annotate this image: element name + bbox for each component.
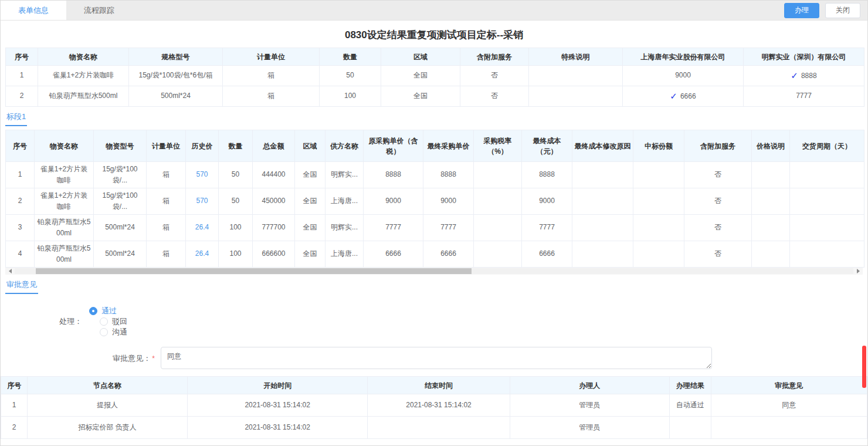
- column-header: 含附加服务: [460, 48, 529, 66]
- close-button[interactable]: 关闭: [825, 3, 860, 18]
- check-icon: ✓: [791, 70, 798, 80]
- table-cell: 6666: [522, 241, 572, 268]
- column-header: 序号: [1, 377, 28, 394]
- table-cell: 全国: [295, 241, 326, 268]
- column-header: 历史价: [186, 130, 219, 162]
- column-header: 供方名称: [326, 130, 364, 162]
- table-row: 2铂泉葫芦瓶型水500ml500ml*24箱100全国否✓66667777: [6, 86, 864, 107]
- column-header: 审批意见: [711, 377, 867, 394]
- table-cell: 否: [684, 188, 752, 215]
- table-cell: 全国: [381, 86, 460, 107]
- column-header: 最终采购单价: [423, 130, 474, 162]
- table-cell: 雀巢1+2方片装咖啡: [38, 66, 129, 86]
- scroll-right-icon[interactable]: [853, 268, 863, 275]
- radio-circle-icon[interactable]: [100, 328, 108, 336]
- table-cell: 上海唐...: [326, 188, 364, 215]
- table-cell: 否: [460, 86, 529, 107]
- table-cell: 9000: [522, 188, 572, 215]
- bid-section-tab[interactable]: 标段1: [5, 107, 27, 126]
- table-cell: 8888: [423, 162, 474, 188]
- tab-process-track-label: 流程跟踪: [84, 5, 114, 16]
- column-header: 上海唐年实业股份有限公司: [623, 48, 744, 66]
- handle-radio-2[interactable]: 驳回: [100, 316, 127, 327]
- column-header: 明辉实业（深圳）有限公司: [744, 48, 864, 66]
- table-cell: [790, 162, 864, 188]
- table-cell: 雀巢1+2方片装咖啡: [35, 162, 94, 188]
- table-cell: 100: [219, 215, 253, 241]
- table-cell: 9000: [423, 188, 474, 215]
- table-cell: [633, 162, 684, 188]
- column-header: 含附加服务: [684, 130, 752, 162]
- price-link[interactable]: 26.4: [195, 249, 209, 258]
- table-cell: 100: [219, 241, 253, 268]
- table-cell: 15g/袋*100袋/...: [94, 162, 147, 188]
- history-table-wrap: 序号节点名称开始时间结束时间办理人办理结果审批意见1提报人2021-08-31 …: [1, 376, 867, 439]
- table-cell: [572, 188, 633, 215]
- column-header: 节点名称: [28, 377, 187, 394]
- table-row: 2雀巢1+2方片装咖啡15g/袋*100袋/...箱57050450000全国上…: [6, 188, 864, 215]
- table-cell: 50: [320, 66, 381, 86]
- table-cell: 2021-08-31 15:14:02: [368, 394, 510, 417]
- table-cell: 明辉实...: [326, 162, 364, 188]
- handle-button[interactable]: 办理: [784, 3, 819, 18]
- vertical-scroll-thumb[interactable]: [862, 346, 866, 388]
- horizontal-scroll-thumb[interactable]: [36, 268, 472, 274]
- price-link[interactable]: 570: [196, 197, 208, 205]
- table-cell: 箱: [147, 241, 186, 268]
- table-cell: 1: [6, 162, 35, 188]
- table-cell: 箱: [223, 86, 320, 107]
- table-cell: 箱: [147, 215, 186, 241]
- table-cell: 2: [6, 86, 38, 107]
- handle-radio-3[interactable]: 沟通: [100, 327, 127, 337]
- table-cell: 否: [684, 241, 752, 268]
- table-row: 4铂泉葫芦瓶型水500ml500ml*24箱26.4100666600全国上海唐…: [6, 241, 864, 268]
- check-icon: ✓: [670, 91, 677, 101]
- table-cell: 7777: [423, 215, 474, 241]
- table-cell: 雀巢1+2方片装咖啡: [35, 188, 94, 215]
- table-cell: 7777: [744, 86, 864, 107]
- table-cell: [633, 241, 684, 268]
- table-cell: [633, 215, 684, 241]
- tab-form-info[interactable]: 表单信息: [1, 1, 66, 20]
- table-cell: 全国: [295, 188, 326, 215]
- handle-radio-row: 处理： 通过驳回沟通: [5, 306, 863, 337]
- table-cell: [529, 66, 623, 86]
- horizontal-scroll-track[interactable]: [15, 268, 853, 274]
- table-cell: 1: [6, 66, 38, 86]
- table-cell: [752, 241, 790, 268]
- table-cell: 全国: [381, 66, 460, 86]
- table-cell: 2021-08-31 15:14:02: [187, 394, 368, 417]
- table-cell: 全国: [295, 162, 326, 188]
- table-cell: 50: [219, 188, 253, 215]
- table-cell: [368, 417, 510, 439]
- price-link[interactable]: 26.4: [195, 223, 209, 231]
- table-cell: 6666: [423, 241, 474, 268]
- column-header: 物资名称: [35, 130, 94, 162]
- table-cell: 管理员: [510, 417, 669, 439]
- price-link[interactable]: 570: [196, 170, 208, 178]
- horizontal-scrollbar: [5, 268, 863, 275]
- table-cell: 2: [6, 188, 35, 215]
- tab-form-info-label: 表单信息: [18, 5, 49, 16]
- radio-circle-icon[interactable]: [89, 307, 97, 315]
- scroll-left-icon[interactable]: [5, 268, 15, 275]
- table-cell: 777700: [253, 215, 295, 241]
- column-header: 区域: [295, 130, 326, 162]
- handle-radio-1[interactable]: 通过: [89, 306, 127, 316]
- column-header: 交货周期（天）: [790, 130, 864, 162]
- table-cell: 500ml*24: [94, 241, 147, 268]
- table-cell: [572, 162, 633, 188]
- cell-text: 8888: [801, 72, 817, 80]
- table-cell: 444400: [253, 162, 295, 188]
- table-cell: 2021-08-31 15:14:02: [187, 417, 368, 439]
- table-cell: [752, 188, 790, 215]
- column-header: 采购税率（%）: [474, 130, 522, 162]
- table-cell: [790, 215, 864, 241]
- page-title: 0830设定结果重复项测试项目定标--采销: [5, 28, 863, 42]
- column-header: 计量单位: [147, 130, 186, 162]
- table-cell: 上海唐...: [326, 241, 364, 268]
- tab-process-track[interactable]: 流程跟踪: [66, 1, 132, 20]
- radio-label: 驳回: [112, 316, 127, 327]
- radio-circle-icon[interactable]: [100, 317, 108, 326]
- comment-textarea[interactable]: 同意: [161, 347, 712, 369]
